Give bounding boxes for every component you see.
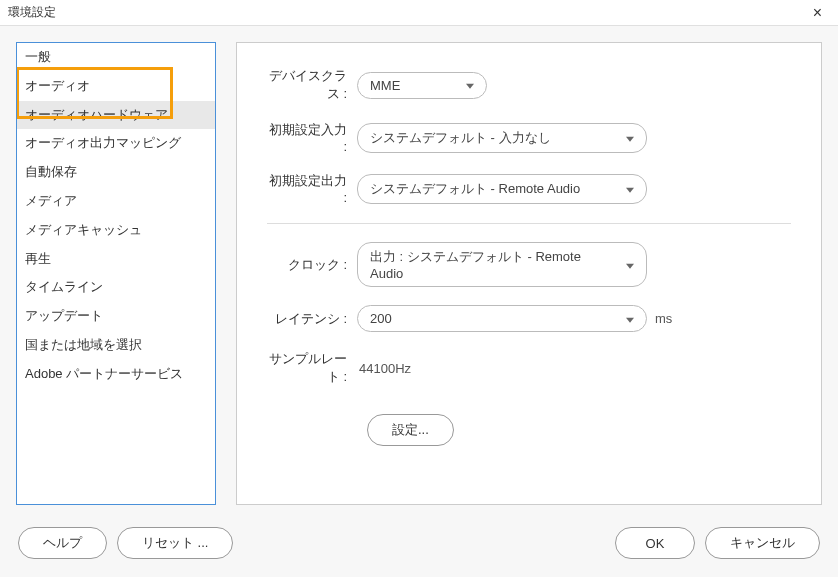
sidebar-item-audio-hardware[interactable]: オーディオハードウェア: [17, 101, 215, 130]
sidebar-item-audio-output-mapping[interactable]: オーディオ出力マッピング: [17, 129, 215, 158]
content-area: 一般 オーディオ オーディオハードウェア オーディオ出力マッピング 自動保存 メ…: [0, 26, 838, 521]
sidebar-item-autosave[interactable]: 自動保存: [17, 158, 215, 187]
sidebar-item-region[interactable]: 国または地域を選択: [17, 331, 215, 360]
main-panel: デバイスクラス : MME 初期設定入力 : システムデフォルト - 入力なし …: [236, 42, 822, 505]
sidebar-item-media[interactable]: メディア: [17, 187, 215, 216]
sample-rate-label: サンプルレート :: [267, 350, 357, 386]
clock-label: クロック :: [267, 256, 357, 274]
device-class-value: MME: [370, 78, 400, 93]
clock-row: クロック : 出力 : システムデフォルト - Remote Audio: [267, 242, 791, 287]
cancel-button[interactable]: キャンセル: [705, 527, 820, 559]
sidebar-item-partner-services[interactable]: Adobe パートナーサービス: [17, 360, 215, 389]
sidebar-item-timeline[interactable]: タイムライン: [17, 273, 215, 302]
footer: ヘルプ リセット ... OK キャンセル: [0, 515, 838, 577]
default-input-row: 初期設定入力 : システムデフォルト - 入力なし: [267, 121, 791, 154]
latency-value: 200: [370, 311, 392, 326]
default-input-dropdown[interactable]: システムデフォルト - 入力なし: [357, 123, 647, 153]
latency-dropdown[interactable]: 200: [357, 305, 647, 332]
default-output-value: システムデフォルト - Remote Audio: [370, 180, 580, 198]
device-class-row: デバイスクラス : MME: [267, 67, 791, 103]
footer-left: ヘルプ リセット ...: [18, 527, 233, 559]
close-icon[interactable]: ×: [805, 4, 830, 22]
ok-button[interactable]: OK: [615, 527, 695, 559]
clock-value: 出力 : システムデフォルト - Remote Audio: [370, 248, 616, 281]
default-output-label: 初期設定出力 :: [267, 172, 357, 205]
settings-button-row: 設定...: [267, 414, 791, 446]
sidebar: 一般 オーディオ オーディオハードウェア オーディオ出力マッピング 自動保存 メ…: [16, 42, 216, 505]
sample-rate-row: サンプルレート : 44100Hz: [267, 350, 791, 386]
sample-rate-value: 44100Hz: [357, 361, 411, 376]
default-input-label: 初期設定入力 :: [267, 121, 357, 154]
divider-1: [267, 223, 791, 224]
default-output-row: 初期設定出力 : システムデフォルト - Remote Audio: [267, 172, 791, 205]
latency-label: レイテンシ :: [267, 310, 357, 328]
help-button[interactable]: ヘルプ: [18, 527, 107, 559]
device-class-dropdown[interactable]: MME: [357, 72, 487, 99]
sidebar-item-update[interactable]: アップデート: [17, 302, 215, 331]
sidebar-item-playback[interactable]: 再生: [17, 245, 215, 274]
sidebar-item-audio[interactable]: オーディオ: [17, 72, 215, 101]
settings-button[interactable]: 設定...: [367, 414, 454, 446]
window-title: 環境設定: [8, 4, 56, 21]
clock-dropdown[interactable]: 出力 : システムデフォルト - Remote Audio: [357, 242, 647, 287]
sidebar-item-general[interactable]: 一般: [17, 43, 215, 72]
reset-button[interactable]: リセット ...: [117, 527, 233, 559]
footer-right: OK キャンセル: [615, 527, 820, 559]
titlebar: 環境設定 ×: [0, 0, 838, 26]
latency-unit: ms: [655, 311, 672, 326]
latency-row: レイテンシ : 200 ms: [267, 305, 791, 332]
device-class-label: デバイスクラス :: [267, 67, 357, 103]
sidebar-item-media-cache[interactable]: メディアキャッシュ: [17, 216, 215, 245]
default-input-value: システムデフォルト - 入力なし: [370, 129, 551, 147]
default-output-dropdown[interactable]: システムデフォルト - Remote Audio: [357, 174, 647, 204]
